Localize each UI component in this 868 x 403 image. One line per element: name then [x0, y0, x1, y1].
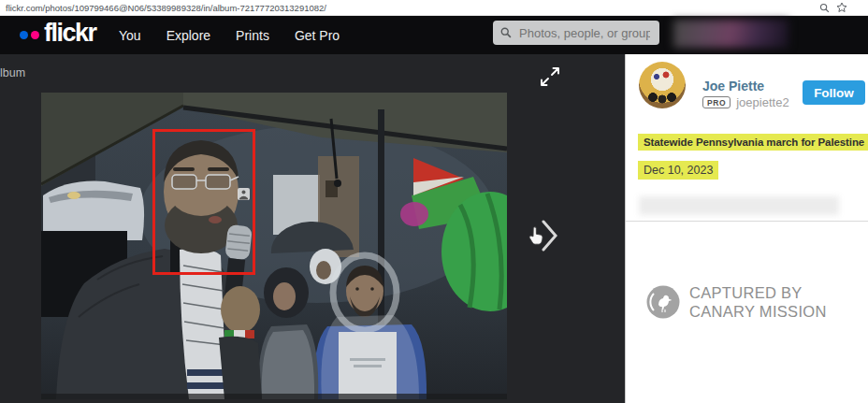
nav-item-you[interactable]: You — [119, 28, 141, 43]
logo-dot-blue-icon — [20, 31, 28, 39]
pro-badge: PRO — [702, 96, 731, 108]
flickr-photo-page: flickr.com/photos/109799466@N06/53389989… — [0, 0, 868, 403]
zoom-icon[interactable] — [819, 3, 830, 13]
nav-item-explore[interactable]: Explore — [166, 28, 210, 43]
photo-date-highlighted: Dec 10, 2023 — [638, 161, 718, 180]
redacted-text-blur — [639, 196, 839, 215]
expand-arrows-icon — [539, 65, 561, 88]
redacted-account-area — [673, 20, 788, 48]
flickr-logo[interactable]: flickr — [20, 16, 96, 54]
canary-bird-icon — [646, 285, 680, 319]
logo-wordmark: flickr — [44, 19, 96, 48]
canary-mission-watermark: CAPTURED BY CANARY MISSION — [646, 283, 827, 321]
watermark-line2: CANARY MISSION — [689, 302, 827, 321]
nav-item-getpro[interactable]: Get Pro — [295, 28, 340, 43]
url-text[interactable]: flickr.com/photos/109799466@N06/53389989… — [6, 3, 326, 13]
owner-name-link[interactable]: Joe Piette — [702, 79, 764, 94]
photo-info-sidebar: Joe Piette PRO joepiette2 Follow Statewi… — [625, 54, 868, 403]
search-icon — [500, 26, 512, 39]
owner-username: joepiette2 — [736, 95, 788, 109]
photo-viewer: lbum — [0, 54, 625, 403]
main-nav: You Explore Prints Get Pro — [119, 16, 340, 54]
owner-avatar[interactable] — [639, 62, 686, 108]
flickr-header: flickr You Explore Prints Get Pro — [0, 16, 868, 54]
search-input[interactable] — [517, 25, 652, 41]
fullscreen-expand-button[interactable] — [539, 65, 561, 88]
follow-button[interactable]: Follow — [803, 80, 865, 105]
next-photo-button[interactable] — [541, 219, 559, 252]
owner-subline: PRO joepiette2 — [702, 95, 789, 109]
urlbar-icons — [819, 2, 847, 13]
album-link[interactable]: lbum — [0, 66, 25, 79]
chevron-right-icon — [541, 219, 559, 252]
browser-url-bar[interactable]: flickr.com/photos/109799466@N06/53389989… — [0, 0, 868, 16]
search-box[interactable] — [493, 21, 659, 45]
face-detection-box — [152, 129, 255, 275]
photo-scene — [41, 93, 507, 399]
sidebar-divider — [626, 221, 868, 222]
watermark-line1: CAPTURED BY — [689, 283, 827, 302]
march-photo[interactable] — [41, 93, 507, 399]
nav-item-prints[interactable]: Prints — [236, 28, 269, 43]
bookmark-star-icon[interactable] — [836, 2, 847, 13]
photo-title-highlighted: Statewide Pennsylvania march for Palesti… — [638, 134, 868, 151]
watermark-text: CAPTURED BY CANARY MISSION — [689, 283, 827, 321]
logo-dot-pink-icon — [31, 31, 39, 39]
